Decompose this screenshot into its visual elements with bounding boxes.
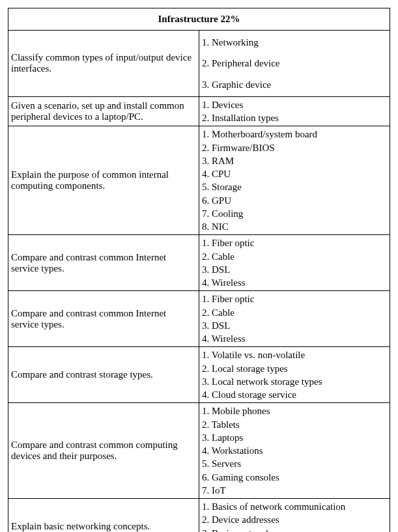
items-cell: 1. Fiber optic2. Cable3. DSL4. Wireless	[199, 291, 390, 347]
items-cell: 1. Networking2. Peripheral device3. Grap…	[199, 31, 390, 97]
list-item: 4. Workstations	[202, 444, 387, 457]
list-item: 1. Fiber optic	[202, 292, 387, 305]
table-row: Given a scenario, set up and install com…	[8, 96, 390, 126]
table-row: Explain basic networking concepts.1. Bas…	[8, 499, 390, 533]
topic-cell: Compare and contrast common computing de…	[8, 403, 199, 499]
list-item: 6. GPU	[202, 194, 387, 207]
items-cell: 1. Fiber optic2. Cable3. DSL4. Wireless	[199, 235, 390, 291]
list-item: 3. DSL	[202, 263, 387, 276]
topic-cell: Compare and contrast common Internet ser…	[8, 235, 199, 291]
list-item: 8. NIC	[202, 220, 387, 233]
list-item: 1. Volatile vs. non-volatile	[202, 348, 387, 361]
list-item: 2. Device addresses	[202, 513, 387, 526]
list-item: 7. IoT	[202, 484, 387, 497]
list-item: 3. DSL	[202, 319, 387, 332]
list-item: 2. Cable	[202, 306, 387, 319]
list-item: 1. Mobile phones	[202, 404, 387, 417]
list-item: 6. Gaming consoles	[202, 471, 387, 484]
table-row: Compare and contrast common Internet ser…	[8, 291, 390, 347]
list-item: 3. Local network storage types	[202, 375, 387, 388]
list-item: 3. Laptops	[202, 431, 387, 444]
table-body: Classify common types of input/output de…	[8, 31, 390, 533]
topic-cell: Compare and contrast storage types.	[8, 347, 199, 403]
table-row: Compare and contrast common computing de…	[8, 403, 390, 499]
table-row: Compare and contrast storage types.1. Vo…	[8, 347, 390, 403]
list-item: 1. Motherboard/system board	[202, 128, 387, 141]
list-item: 2. Tablets	[202, 418, 387, 431]
list-item: 4. Wireless	[202, 332, 387, 345]
list-item: 2. Peripheral device	[202, 53, 387, 74]
list-item: 2. Cable	[202, 250, 387, 263]
list-item: 7. Cooling	[202, 207, 387, 220]
table-row: Explain the purpose of common internal c…	[8, 126, 390, 235]
list-item: 4. Wireless	[202, 276, 387, 289]
infrastructure-table: Infrastructure 22% Classify common types…	[8, 8, 390, 532]
table-row: Compare and contrast common Internet ser…	[8, 235, 390, 291]
list-item: 1. Basics of network communication	[202, 500, 387, 513]
list-item: 2. Installation types	[202, 111, 387, 124]
list-item: 5. Servers	[202, 457, 387, 470]
list-item: 4. CPU	[202, 167, 387, 180]
table-title: Infrastructure 22%	[8, 8, 390, 31]
list-item: 4. Cloud storage service	[202, 388, 387, 401]
list-item: 1. Devices	[202, 98, 387, 111]
table-row: Classify common types of input/output de…	[8, 31, 390, 97]
list-item: 3. RAM	[202, 154, 387, 167]
list-item: 1. Networking	[202, 32, 387, 53]
list-item: 2. Local storage types	[202, 362, 387, 375]
list-item: 5. Storage	[202, 180, 387, 193]
items-cell: 1. Basics of network communication2. Dev…	[199, 499, 390, 533]
list-item: 1. Fiber optic	[202, 236, 387, 249]
items-cell: 1. Motherboard/system board2. Firmware/B…	[199, 126, 390, 235]
topic-cell: Given a scenario, set up and install com…	[8, 96, 199, 126]
topic-cell: Classify common types of input/output de…	[8, 31, 199, 97]
topic-cell: Explain the purpose of common internal c…	[8, 126, 199, 235]
items-cell: 1. Devices2. Installation types	[199, 96, 390, 126]
topic-cell: Compare and contrast common Internet ser…	[8, 291, 199, 347]
list-item: 2. Firmware/BIOS	[202, 141, 387, 154]
topic-cell: Explain basic networking concepts.	[8, 499, 199, 533]
list-item: 3. Basic protocols	[202, 527, 387, 533]
list-item: 3. Graphic device	[202, 74, 387, 95]
items-cell: 1. Volatile vs. non-volatile2. Local sto…	[199, 347, 390, 403]
items-cell: 1. Mobile phones2. Tablets3. Laptops4. W…	[199, 403, 390, 499]
